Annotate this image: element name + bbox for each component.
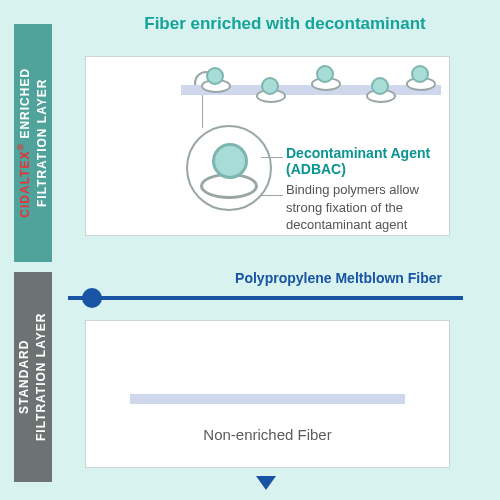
sidebar-standard-text: STANDARD FILTRATION LAYER bbox=[16, 313, 50, 441]
zoom-detail-circle bbox=[186, 125, 272, 211]
divider-node-icon bbox=[82, 288, 102, 308]
agent-callout-text: Decontaminant Agent(ADBAC) Binding polym… bbox=[286, 145, 436, 234]
sidebar-standard-layer: STANDARD FILTRATION LAYER bbox=[14, 272, 52, 482]
fiber-material-label: Polypropylene Meltblown Fiber bbox=[85, 270, 450, 286]
non-enriched-label: Non-enriched Fiber bbox=[100, 426, 435, 443]
agent-name-label: Decontaminant Agent(ADBAC) bbox=[286, 145, 436, 177]
brand-name: CIDALTEX bbox=[18, 151, 32, 218]
brand-suffix: ENRICHED bbox=[18, 68, 32, 143]
enriched-diagram-panel: Decontaminant Agent(ADBAC) Binding polym… bbox=[85, 56, 450, 236]
plain-fiber-strand bbox=[130, 394, 405, 404]
divider-bar bbox=[68, 296, 463, 300]
sidebar-enriched-text: CIDALTEX® ENRICHED FILTRATION LAYER bbox=[15, 68, 51, 218]
agent-capsule-icon bbox=[311, 77, 341, 91]
section-title-enriched: Fiber enriched with decontaminant bbox=[0, 0, 500, 50]
zoom-connector-line bbox=[202, 95, 203, 128]
registered-mark: ® bbox=[16, 143, 26, 151]
sidebar-enriched-layer: CIDALTEX® ENRICHED FILTRATION LAYER bbox=[14, 24, 52, 262]
decontaminant-agent-icon bbox=[212, 143, 248, 179]
agent-description: Binding polymers allow strong fixation o… bbox=[286, 181, 436, 234]
agent-capsule-icon bbox=[256, 89, 286, 103]
callout-line-agent bbox=[261, 157, 283, 158]
sidebar-enriched-line2: FILTRATION LAYER bbox=[35, 79, 49, 207]
standard-diagram-panel: Non-enriched Fiber bbox=[85, 320, 450, 468]
agent-capsule-icon bbox=[406, 77, 436, 91]
agent-capsule-icon bbox=[366, 89, 396, 103]
sidebar-standard-line1: STANDARD bbox=[17, 340, 31, 414]
arrow-down-icon bbox=[256, 476, 276, 490]
agent-capsule-icon bbox=[201, 79, 231, 93]
sidebar-standard-line2: FILTRATION LAYER bbox=[34, 313, 48, 441]
callout-line-polymer bbox=[261, 195, 283, 196]
